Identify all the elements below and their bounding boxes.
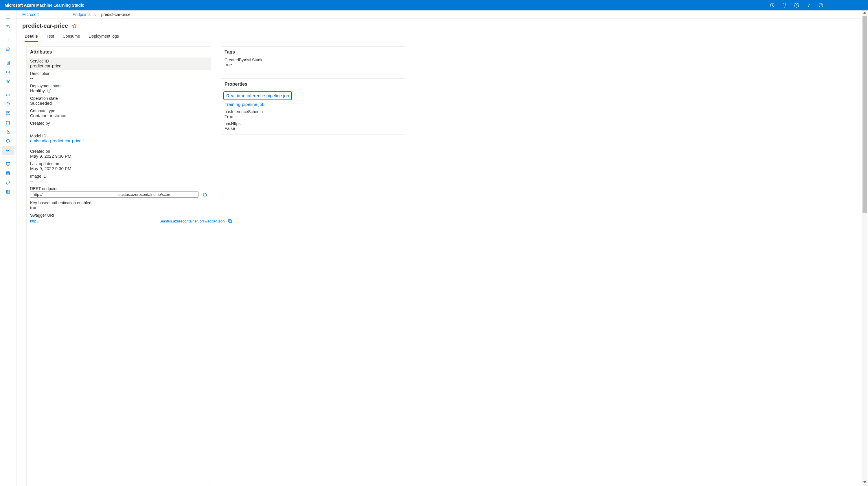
rest-endpoint-input[interactable] bbox=[30, 192, 198, 198]
jobs-icon[interactable] bbox=[2, 100, 14, 108]
value-key-auth: true bbox=[30, 205, 207, 210]
topbar-icons bbox=[770, 3, 824, 8]
svg-rect-18 bbox=[7, 130, 9, 131]
page-title: predict-car-price bbox=[22, 23, 68, 29]
svg-point-19 bbox=[8, 150, 9, 151]
label-model-id: Model ID bbox=[30, 134, 207, 138]
link-training-pipeline[interactable]: Training pipeline job bbox=[224, 102, 265, 107]
scroll-up-arrow-icon[interactable] bbox=[863, 12, 866, 13]
tab-deployment-logs[interactable]: Deployment logs bbox=[89, 31, 119, 42]
hamburger-icon[interactable] bbox=[2, 13, 14, 22]
data-icon[interactable] bbox=[2, 91, 14, 99]
notifications-icon[interactable] bbox=[782, 3, 787, 8]
value-deployment-state: Healthy i bbox=[30, 88, 207, 93]
help-icon[interactable] bbox=[806, 3, 811, 8]
compute-icon[interactable] bbox=[2, 160, 14, 168]
tag-value: true bbox=[224, 62, 402, 67]
link-realtime-inference[interactable]: Real-time inference pipeline job bbox=[226, 93, 289, 98]
value-created-on: May 9, 2022 9:30 PM bbox=[30, 154, 207, 159]
breadcrumb-endpoints-link[interactable]: Endpoints bbox=[73, 12, 91, 17]
attributes-panel: Attributes Service ID predict-car-price … bbox=[26, 46, 211, 486]
app-title: Microsoft Azure Machine Learning Studio bbox=[5, 3, 85, 7]
tab-test[interactable]: Test bbox=[46, 31, 54, 42]
svg-point-4 bbox=[820, 5, 820, 5]
value-model-id-link[interactable]: amlstudio-predict-car-price:1 bbox=[30, 138, 207, 143]
linked-services-icon[interactable] bbox=[2, 178, 14, 187]
label-compute-type: Compute type bbox=[30, 108, 207, 113]
label-deployment-state: Deployment state bbox=[30, 84, 207, 88]
properties-panel: Properties Real-time inference pipeline … bbox=[221, 78, 405, 134]
new-icon[interactable] bbox=[2, 36, 14, 44]
svg-rect-13 bbox=[6, 114, 8, 115]
info-icon[interactable]: i bbox=[47, 89, 51, 93]
svg-point-17 bbox=[9, 124, 10, 124]
label-rest-endpoint: REST endpoint bbox=[30, 186, 207, 191]
endpoints-icon[interactable] bbox=[2, 146, 14, 155]
svg-point-21 bbox=[7, 171, 10, 172]
prop-key-1: hasHttps bbox=[224, 121, 402, 126]
label-service-id: Service ID bbox=[30, 59, 207, 63]
tags-panel: Tags CreatedByAMLStudio true bbox=[221, 46, 405, 70]
models-icon[interactable] bbox=[2, 137, 14, 145]
feedback-icon[interactable] bbox=[818, 3, 824, 8]
prop-value-1: False bbox=[224, 126, 402, 131]
prop-key-0: hasInferenceSchema bbox=[224, 109, 402, 114]
pipelines-icon[interactable] bbox=[2, 118, 14, 127]
tab-details[interactable]: Details bbox=[25, 31, 38, 42]
swagger-uri-link[interactable]: http://xxxxxxxxxxxxxxxxxxxxxxxxxxxxxxxxx… bbox=[30, 219, 225, 223]
svg-point-7 bbox=[7, 80, 7, 81]
datastores-icon[interactable] bbox=[2, 169, 14, 177]
label-last-updated: Last updated on bbox=[30, 161, 207, 166]
label-created-on: Created on bbox=[30, 149, 207, 154]
topbar: Microsoft Azure Machine Learning Studio bbox=[0, 0, 868, 10]
value-last-updated: May 9, 2022 9:30 PM bbox=[30, 166, 207, 171]
svg-point-14 bbox=[6, 121, 7, 122]
environments-icon[interactable] bbox=[2, 128, 14, 136]
svg-point-8 bbox=[9, 80, 10, 81]
scroll-down-arrow-icon[interactable] bbox=[863, 481, 866, 483]
svg-rect-23 bbox=[204, 194, 206, 196]
label-description: Description bbox=[30, 71, 207, 76]
svg-point-16 bbox=[6, 124, 7, 124]
label-image-id: Image ID bbox=[30, 174, 207, 179]
tabs: Details Test Consume Deployment logs bbox=[17, 31, 868, 42]
svg-point-2 bbox=[808, 6, 809, 7]
vertical-scrollbar[interactable] bbox=[862, 10, 867, 486]
breadcrumb-current: predict-car-price bbox=[101, 12, 130, 17]
value-compute-type: Container instance bbox=[30, 113, 207, 118]
svg-rect-6 bbox=[7, 61, 9, 65]
data-labeling-icon[interactable] bbox=[2, 188, 14, 196]
svg-rect-10 bbox=[6, 94, 9, 96]
label-operation-state: Operation state bbox=[30, 96, 207, 101]
tags-header: Tags bbox=[221, 46, 405, 58]
svg-point-5 bbox=[822, 5, 822, 5]
svg-point-15 bbox=[9, 121, 10, 122]
scroll-thumb[interactable] bbox=[863, 16, 867, 213]
components-icon[interactable] bbox=[2, 109, 14, 118]
label-swagger-uri: Swagger URI bbox=[30, 213, 207, 218]
highlight-annotation: Real-time inference pipeline job bbox=[223, 91, 292, 100]
copy-icon[interactable] bbox=[203, 192, 207, 197]
prop-value-0: True bbox=[224, 114, 402, 119]
designer-icon[interactable] bbox=[2, 77, 14, 86]
tag-key: CreatedByAMLStudio bbox=[224, 58, 402, 62]
activity-log-icon[interactable] bbox=[770, 3, 775, 8]
svg-point-3 bbox=[819, 3, 823, 7]
settings-icon[interactable] bbox=[794, 3, 799, 8]
breadcrumb-workspace-link[interactable]: Microsoft bbox=[22, 12, 39, 17]
favorite-star-icon[interactable] bbox=[72, 24, 77, 28]
back-icon[interactable] bbox=[2, 22, 14, 31]
automl-icon[interactable] bbox=[2, 68, 14, 76]
svg-rect-12 bbox=[8, 112, 10, 113]
svg-rect-11 bbox=[6, 112, 8, 113]
svg-rect-20 bbox=[6, 163, 10, 165]
home-icon[interactable] bbox=[2, 45, 14, 54]
value-description: -- bbox=[30, 76, 207, 81]
svg-point-9 bbox=[8, 82, 9, 83]
label-key-auth: Key-based authentication enabled bbox=[30, 200, 207, 205]
notebooks-icon[interactable] bbox=[2, 59, 14, 67]
breadcrumb: Microsoft Endpoints › predict-car-price bbox=[17, 10, 868, 19]
tab-consume[interactable]: Consume bbox=[63, 31, 80, 42]
value-operation-state: Succeeded bbox=[30, 101, 207, 106]
value-service-id: predict-car-price bbox=[30, 63, 207, 68]
